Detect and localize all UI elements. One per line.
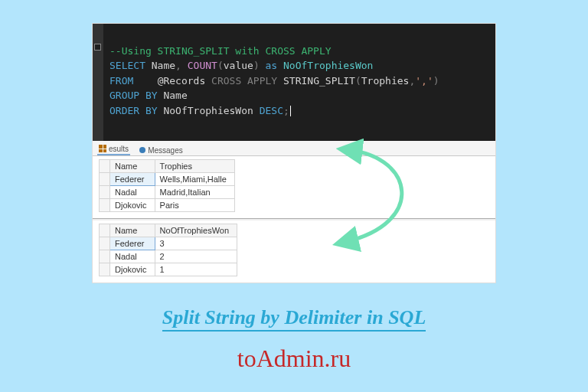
- messages-icon: [139, 147, 145, 153]
- cell-value[interactable]: Wells,Miami,Halle: [155, 172, 234, 185]
- kw-cross: CROSS: [211, 75, 241, 87]
- semi: ;: [283, 105, 289, 116]
- quote: ': [415, 75, 421, 87]
- paren: ): [253, 60, 260, 71]
- alias: NoOfTrophiesWon: [283, 60, 373, 71]
- result-table-2[interactable]: NameNoOfTrophiesWonFederer3Nadal2Djokovi…: [99, 224, 237, 276]
- column-header[interactable]: Trophies: [155, 159, 234, 172]
- result-table-1[interactable]: NameTrophiesFedererWells,Miami,HalleNada…: [99, 159, 235, 212]
- sql-comment: --Using STRING_SPLIT with CROSS APPLY: [109, 45, 332, 57]
- paren: (: [217, 60, 224, 71]
- tab-messages-label: Messages: [148, 146, 183, 155]
- tab-results-label: esults: [109, 145, 129, 153]
- col-name: Name: [163, 90, 187, 101]
- table-row[interactable]: Federer3: [100, 237, 237, 250]
- column-header[interactable]: Name: [110, 224, 155, 237]
- delim: ,: [421, 75, 427, 87]
- watermark: toAdmin.ru: [0, 345, 588, 373]
- sql-editor[interactable]: --Using STRING_SPLIT with CROSS APPLY SE…: [93, 24, 495, 141]
- column-header[interactable]: NoOfTrophiesWon: [155, 224, 237, 237]
- screenshot-card: --Using STRING_SPLIT with CROSS APPLY SE…: [92, 23, 496, 283]
- editor-gutter: [93, 24, 103, 141]
- kw-by: BY: [145, 105, 158, 116]
- kw-from: FROM: [109, 75, 133, 87]
- kw-desc: DESC: [260, 105, 283, 116]
- kw-apply: APPLY: [247, 75, 277, 87]
- cell-name[interactable]: Federer: [110, 172, 155, 185]
- table-row[interactable]: Djokovic1: [100, 263, 237, 276]
- code-lines: --Using STRING_SPLIT with CROSS APPLY SE…: [109, 28, 489, 133]
- cell-name[interactable]: Djokovic: [110, 198, 155, 211]
- cell-name[interactable]: Nadal: [110, 250, 155, 263]
- cell-value[interactable]: 2: [155, 250, 237, 263]
- table-row[interactable]: FedererWells,Miami,Halle: [100, 172, 235, 185]
- paren: ): [433, 75, 439, 87]
- kw-by: BY: [145, 90, 158, 101]
- results-tabstrip: esults Messages: [93, 141, 495, 156]
- cell-value[interactable]: Madrid,Italian: [155, 185, 234, 198]
- column-header[interactable]: Name: [110, 159, 155, 172]
- cell-value[interactable]: 1: [155, 263, 237, 276]
- col-alias: NoOfTrophiesWon: [163, 105, 253, 116]
- quote: ': [427, 75, 433, 87]
- caption-text: Split String by Delimiter in SQL: [162, 306, 426, 332]
- comma: ,: [175, 60, 181, 71]
- tab-messages[interactable]: Messages: [138, 145, 185, 155]
- cell-value[interactable]: Paris: [155, 198, 234, 211]
- col-name: Name: [152, 60, 175, 71]
- fn-stringsplit: STRING_SPLIT: [283, 75, 355, 87]
- results-icon: [99, 145, 106, 152]
- caption: Split String by Delimiter in SQL: [0, 306, 588, 329]
- arg-trophies: Trophies: [361, 75, 410, 87]
- col-value: value: [224, 60, 253, 71]
- ws: [133, 75, 151, 87]
- tbl-records: @Records: [158, 75, 206, 87]
- tab-results[interactable]: esults: [97, 144, 130, 155]
- collapse-icon[interactable]: [94, 44, 101, 51]
- cell-name[interactable]: Nadal: [110, 185, 155, 198]
- kw-select: SELECT: [109, 60, 145, 71]
- cell-name[interactable]: Federer: [110, 237, 155, 250]
- table-row[interactable]: Nadal2: [100, 250, 237, 263]
- text-cursor: [290, 106, 291, 116]
- table-row[interactable]: NadalMadrid,Italian: [100, 185, 235, 198]
- paren: (: [355, 75, 361, 87]
- cell-value[interactable]: 3: [155, 237, 237, 250]
- kw-group: GROUP: [109, 90, 139, 101]
- fn-count: COUNT: [188, 60, 217, 71]
- results-pane: esults Messages NameTrophiesFedererWells…: [93, 141, 495, 276]
- cell-name[interactable]: Djokovic: [110, 263, 155, 276]
- pane-divider[interactable]: [93, 218, 495, 220]
- kw-as: as: [266, 60, 278, 71]
- table-row[interactable]: DjokovicParis: [100, 198, 235, 211]
- kw-order: ORDER: [109, 105, 139, 116]
